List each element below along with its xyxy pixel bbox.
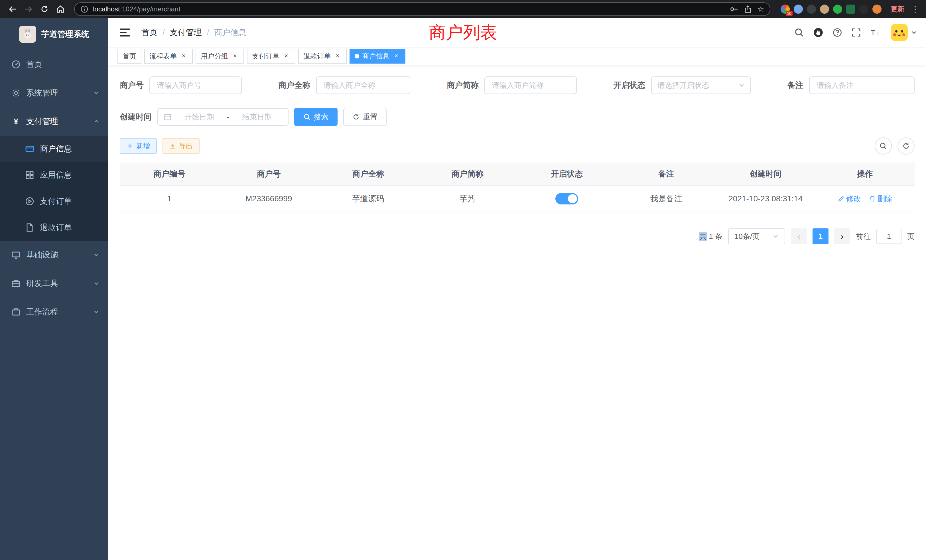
extension-icon-4[interactable] <box>820 5 829 14</box>
merchant-table: 商户编号 商户号 商户全称 商户简称 开启状态 备注 创建时间 操作 1 <box>120 162 915 212</box>
next-page-button[interactable]: › <box>834 229 850 244</box>
sidebar-item-refund-order[interactable]: 退款订单 <box>0 215 108 241</box>
close-icon[interactable]: × <box>392 52 400 60</box>
extension-icon-6[interactable] <box>846 5 855 14</box>
search-icon[interactable] <box>794 28 804 37</box>
browser-forward-button[interactable] <box>22 2 35 16</box>
create-time-range-picker[interactable]: 开始日期 - 结束日期 <box>157 108 289 126</box>
play-circle-icon <box>25 197 34 206</box>
short-name-input[interactable] <box>484 76 577 94</box>
export-button[interactable]: 导出 <box>162 138 200 154</box>
breadcrumb-pay[interactable]: 支付管理 <box>170 27 202 38</box>
address-bar[interactable]: localhost:1024/pay/merchant ☆ <box>74 2 770 16</box>
cell-merchant-id: 1 <box>120 185 219 212</box>
browser-update-button[interactable]: 更新 <box>891 5 904 14</box>
sidebar-logo[interactable]: 芋道管理系统 <box>0 18 108 50</box>
sidebar-toggle-icon[interactable] <box>118 26 132 39</box>
sidebar-item-dev-tools[interactable]: 研发工具 <box>0 269 108 298</box>
add-button[interactable]: 新增 <box>120 138 157 154</box>
tab-user-group[interactable]: 用户分组× <box>195 49 244 64</box>
table-row: 1 M233666999 芋道源码 芋艿 我是备注 2021-10-23 08:… <box>120 185 915 212</box>
close-icon[interactable]: × <box>180 52 188 60</box>
tab-home[interactable]: 首页 <box>118 49 141 64</box>
toolbox-icon <box>11 279 21 288</box>
sidebar-item-label: 支付管理 <box>26 116 58 127</box>
page-size-select[interactable]: 10条/页 <box>728 229 785 244</box>
extension-icon-3[interactable] <box>807 5 816 14</box>
status-select[interactable]: 请选择开启状态 <box>651 76 751 94</box>
tab-process-form[interactable]: 流程表单× <box>144 49 193 64</box>
sidebar-item-workflow[interactable]: 工作流程 <box>0 298 108 326</box>
goto-page-input[interactable] <box>876 229 902 244</box>
toggle-search-button[interactable] <box>875 138 892 154</box>
active-dot <box>355 54 359 59</box>
extension-icon-7[interactable] <box>859 5 869 14</box>
start-date-input[interactable]: 开始日期 <box>174 112 225 122</box>
extension-icon-8[interactable] <box>872 5 882 14</box>
extension-icon-1[interactable]: 10 <box>781 5 790 14</box>
delete-link[interactable]: 删除 <box>869 194 892 204</box>
browser-menu-icon[interactable]: ⋮ <box>910 5 920 14</box>
password-key-icon[interactable] <box>729 5 738 14</box>
extension-icon-5[interactable] <box>833 5 842 14</box>
fullscreen-icon[interactable] <box>851 28 861 37</box>
bookmark-star-icon[interactable]: ☆ <box>758 5 764 13</box>
tab-refund-order[interactable]: 退款订单× <box>298 49 346 64</box>
browser-reload-button[interactable] <box>38 2 51 16</box>
page-content: 商户号 商户全称 商户简称 开启状态 请选择开启状态 <box>108 66 926 560</box>
breadcrumb-home[interactable]: 首页 <box>141 27 157 38</box>
col-create-time: 创建时间 <box>716 162 816 185</box>
prev-page-button[interactable]: ‹ <box>791 229 807 244</box>
pagination: 共 1 条 10条/页 ‹ 1 › 前往 页 <box>120 229 915 244</box>
reset-button[interactable]: 重置 <box>343 108 387 126</box>
full-name-input[interactable] <box>316 76 410 94</box>
browser-home-button[interactable] <box>54 2 67 16</box>
full-name-label: 商户全称 <box>278 80 310 91</box>
close-icon[interactable]: × <box>231 52 239 60</box>
sidebar-item-infrastructure[interactable]: 基础设施 <box>0 241 108 269</box>
remark-input[interactable] <box>809 76 915 94</box>
close-icon[interactable]: × <box>334 52 342 60</box>
help-icon[interactable] <box>832 28 842 37</box>
status-toggle[interactable] <box>555 193 578 204</box>
font-size-icon[interactable]: TT <box>870 28 882 37</box>
sidebar-item-pay[interactable]: ¥ 支付管理 <box>0 107 108 136</box>
site-info-icon[interactable] <box>80 5 88 13</box>
tab-merchant-info[interactable]: 商户信息× <box>350 49 406 64</box>
grid-icon <box>25 171 34 180</box>
sidebar-item-merchant-info[interactable]: 商户信息 <box>0 136 108 162</box>
tags-view-bar: 首页 流程表单× 用户分组× 支付订单× 退款订单× 商户信息× <box>108 47 926 66</box>
merchant-no-input[interactable] <box>150 76 242 94</box>
sidebar-item-label: 首页 <box>26 59 42 70</box>
tab-pay-order[interactable]: 支付订单× <box>247 49 295 64</box>
sidebar-item-pay-order[interactable]: 支付订单 <box>0 188 108 215</box>
short-name-label: 商户简称 <box>447 80 479 91</box>
sidebar-item-label: 工作流程 <box>26 307 58 317</box>
share-icon[interactable] <box>744 5 752 13</box>
page-1-button[interactable]: 1 <box>813 229 829 244</box>
table-toolbar: 新增 导出 <box>120 138 915 154</box>
col-merchant-no: 商户号 <box>219 162 319 185</box>
edit-link[interactable]: 修改 <box>838 194 861 204</box>
refresh-button[interactable] <box>897 138 915 154</box>
svg-text:T: T <box>871 29 875 37</box>
dashboard-icon <box>11 60 21 69</box>
col-merchant-id: 商户编号 <box>120 162 219 185</box>
sidebar-item-system[interactable]: 系统管理 <box>0 79 108 107</box>
github-icon[interactable] <box>813 27 823 38</box>
logo-avatar-icon <box>19 26 36 43</box>
browser-back-button[interactable] <box>6 2 20 16</box>
cell-full-name: 芋道源码 <box>318 185 418 212</box>
cell-remark: 我是备注 <box>617 185 716 212</box>
chevron-down-icon <box>911 30 917 35</box>
sidebar-item-home[interactable]: 首页 <box>0 50 108 79</box>
cell-actions: 修改 删除 <box>816 185 915 212</box>
extension-icon-2[interactable] <box>794 5 803 14</box>
sidebar-item-app-info[interactable]: 应用信息 <box>0 162 108 188</box>
close-icon[interactable]: × <box>282 52 290 60</box>
filter-form-row-1: 商户号 商户全称 商户简称 开启状态 请选择开启状态 <box>120 76 915 94</box>
search-button[interactable]: 搜索 <box>294 108 337 126</box>
sidebar-item-label: 退款订单 <box>40 222 72 233</box>
end-date-input[interactable]: 结束日期 <box>232 112 282 122</box>
user-menu[interactable] <box>891 24 917 41</box>
